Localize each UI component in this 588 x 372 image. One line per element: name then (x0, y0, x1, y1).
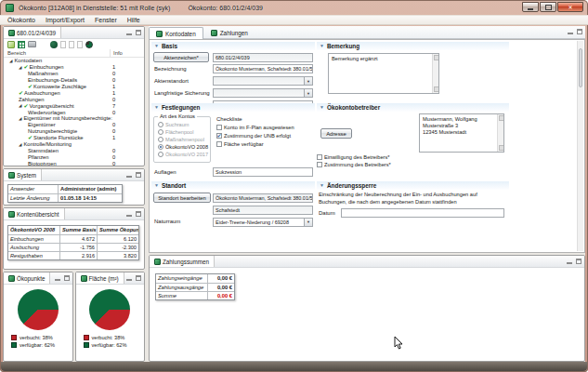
maximize-view-icon[interactable] (136, 211, 141, 217)
radio-massnahmenpool[interactable]: Maßnahmenpool (154, 136, 210, 143)
minimize-view-icon[interactable] (126, 172, 132, 178)
tree-item[interactable]: Eigentümer0 (4, 122, 144, 128)
tree-item[interactable]: ◢✔Vorgangsübersicht7 (4, 102, 144, 109)
maximize-view-icon[interactable] (577, 29, 582, 34)
section-standort[interactable]: ▼ Standort (151, 181, 315, 190)
tree-item-label: Einbuchungen (30, 64, 64, 70)
tree-rows: ◢Kontodaten◢✔Einbuchungen1Maßnahmen0Einb… (4, 58, 144, 166)
column-bereich[interactable]: Bereich (7, 50, 26, 56)
check-einwilligung[interactable]: Einwilligung des Betreibers* (317, 154, 390, 160)
pie-chart-icon[interactable] (85, 41, 93, 48)
maximize-button[interactable] (540, 2, 556, 12)
standort-bearbeiten-button[interactable]: Standort bearbeiten (153, 193, 211, 203)
tab-zahlungen[interactable]: Zahlungen (203, 26, 255, 38)
aktenzeichen-button[interactable]: Aktenzeichen* (153, 52, 209, 62)
check-unb[interactable]: Zustimmung der UNB erfolgt (216, 133, 291, 139)
section-aenderungssperre[interactable]: ▼ Änderungssperre (317, 181, 509, 190)
tree-item[interactable]: ◢Eigentümer mit Nutzungsberechtigte: (4, 115, 144, 122)
check-flaeche[interactable]: Fläche verfügbar (216, 141, 264, 147)
expander-icon[interactable]: ◢ (9, 59, 12, 63)
check-fplan[interactable]: Konto im F-Plan ausgewiesen (216, 125, 294, 130)
pie-tab[interactable]: Ökopunkte (4, 272, 50, 284)
title-bar[interactable]: Ökokonto [312A08] in Dienststelle: 51 mi… (0, 0, 588, 15)
scrollbar-thumb[interactable] (579, 48, 582, 87)
tree-item[interactable]: Biotoptypen0 (4, 160, 144, 166)
sicherung-combo[interactable]: ▼ (213, 88, 313, 98)
maximize-view-icon[interactable] (64, 275, 70, 281)
section-betreiber[interactable]: ▼ Ökokontobetreiber (317, 103, 509, 112)
pie-tabbar: Fläche (m²) (76, 272, 145, 285)
system-tab[interactable]: System (4, 169, 42, 180)
pie-tab[interactable]: Fläche (m²) (76, 272, 124, 284)
tree-item[interactable]: ◢Kontodaten (4, 58, 144, 64)
minimize-view-icon[interactable] (126, 30, 132, 35)
radio-oekokontovo-2017[interactable]: ÖkokontoVO 2017 (154, 151, 210, 158)
tree-item[interactable]: Maßnahmen0 (4, 71, 144, 77)
expander-icon[interactable]: ◢ (19, 116, 21, 121)
tree-item[interactable]: Nutzungsberechtigte0 (4, 128, 144, 135)
minimize-view-icon[interactable] (126, 275, 132, 281)
expander-icon[interactable]: ◢ (19, 142, 21, 147)
export-icon[interactable] (7, 41, 15, 48)
form-scrollbar[interactable] (577, 41, 583, 251)
bemerkung-textarea[interactable]: Bemerkung ergänzt (328, 53, 439, 94)
tree-item[interactable]: Einbuchungs-Details0 (4, 77, 144, 84)
tree-item[interactable]: Zahlungen0 (4, 96, 144, 102)
tree-item[interactable]: ◢✔Einbuchungen1 (4, 64, 144, 71)
tree-item[interactable]: ◢Kontrolle/Monitoring (4, 141, 144, 148)
chevron-down-icon[interactable]: ▼ (304, 219, 312, 226)
section-bemerkung[interactable]: ▼ Bemerkung (317, 42, 509, 50)
scrollbar[interactable] (497, 114, 503, 152)
menu-hilfe[interactable]: Hilfe (127, 17, 140, 23)
radio-flaechenpool[interactable]: Flächenpool (154, 128, 210, 136)
print-icon[interactable] (28, 41, 36, 47)
maximize-view-icon[interactable] (136, 30, 141, 35)
menu-fenster[interactable]: Fenster (95, 17, 117, 23)
tree-item[interactable]: ✔Ausbuchungen1 (4, 89, 144, 96)
tree-item[interactable]: Pflanzen0 (4, 153, 144, 160)
radio-oekokontovo-2008[interactable]: ÖkokontoVO 2008 (154, 143, 210, 151)
chevron-down-icon[interactable]: ▼ (304, 89, 312, 97)
document-icon[interactable] (69, 41, 74, 48)
menu-import-export[interactable]: Import/Export (46, 17, 85, 23)
expander-icon[interactable]: ◢ (19, 103, 21, 108)
tree-item[interactable]: Stammdaten0 (4, 147, 144, 153)
aktenstandort-combo[interactable]: ▼ (213, 76, 313, 86)
minimize-view-icon[interactable] (55, 275, 60, 281)
menu-oekokonto[interactable]: Ökokonto (7, 17, 35, 23)
maximize-view-icon[interactable] (576, 259, 581, 264)
document-icon[interactable] (77, 41, 83, 48)
close-button[interactable]: ✕ (557, 2, 583, 12)
minimize-view-icon[interactable] (567, 259, 572, 264)
radio-suchraum[interactable]: Suchraum (154, 121, 210, 128)
auflagen-field[interactable]: Sukzession (213, 167, 313, 177)
scrollbar[interactable] (432, 54, 438, 93)
minimize-view-icon[interactable] (568, 29, 573, 34)
adresse-button[interactable]: Adresse (320, 128, 352, 139)
betreiber-address-box[interactable]: Mustermann, Wolfgang Musterstraße 3 1234… (419, 113, 504, 153)
accounts-tab[interactable]: Kontenübersicht (4, 208, 65, 219)
expander-icon[interactable]: ◢ (19, 65, 21, 70)
section-basis[interactable]: ▼ Basis (151, 42, 315, 50)
check-zustimmung[interactable]: Zustimmung des Betreibers* (317, 162, 391, 167)
tree-item[interactable]: ✔Standorte Flurstücke1 (4, 135, 144, 141)
minimize-view-icon[interactable] (126, 211, 132, 217)
zahlungssummen-tab[interactable]: Zahlungssummen (150, 256, 215, 267)
status-circle-icon[interactable] (50, 41, 58, 48)
excel-icon[interactable] (18, 41, 25, 48)
document-icon[interactable] (60, 41, 66, 48)
naturraum-combo[interactable]: Eider-Treene-Niederung / 69208 ▼ (213, 218, 313, 227)
minimize-button[interactable] (522, 2, 539, 12)
column-info[interactable]: Info (110, 49, 123, 57)
bezeichnung-field[interactable]: Ökokonto Musterman, Schafstedt 380.01/5/… (213, 64, 313, 73)
tree-view-tab[interactable]: 680.01/2/4/039 (4, 27, 61, 38)
system-tab-label: System (17, 172, 36, 179)
datum-field[interactable] (341, 208, 504, 218)
section-festlegungen[interactable]: ▼ Festlegungen (151, 103, 315, 112)
tree-item[interactable]: ✔Kontoweite Zuschläge1 (4, 84, 144, 90)
maximize-view-icon[interactable] (136, 275, 141, 281)
tree-item[interactable]: Wiedervorlagen0 (4, 109, 144, 115)
maximize-view-icon[interactable] (136, 172, 141, 178)
tab-kontodaten[interactable]: Kontodaten (149, 27, 203, 39)
chevron-down-icon[interactable]: ▼ (304, 77, 312, 85)
